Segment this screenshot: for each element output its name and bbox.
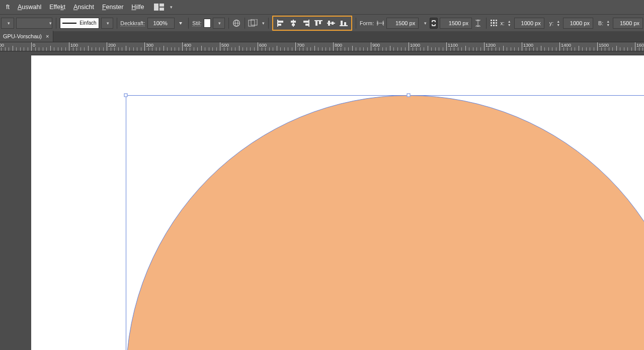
transform-chevron[interactable]: ▾ xyxy=(262,21,265,26)
shape-width-chevron[interactable]: ▾ xyxy=(421,18,428,29)
svg-rect-24 xyxy=(341,21,343,25)
svg-rect-36 xyxy=(493,22,495,24)
selection-handle-top-left[interactable] xyxy=(124,94,127,97)
svg-rect-1 xyxy=(159,4,164,7)
opacity-field[interactable]: 100% xyxy=(147,18,175,29)
x-spinner[interactable]: ▲▼ xyxy=(507,18,512,29)
svg-rect-22 xyxy=(332,22,334,25)
svg-rect-15 xyxy=(303,21,308,23)
opacity-label: Deckkraft: xyxy=(120,20,145,26)
menu-item-0[interactable]: ft xyxy=(2,2,14,13)
y-field[interactable]: 1000 px xyxy=(563,18,593,29)
bw-field[interactable]: 1500 px xyxy=(613,18,643,29)
canvas-viewport[interactable] xyxy=(31,51,644,350)
horizontal-ruler[interactable]: -100010020030040050060070080090010001100… xyxy=(0,42,644,51)
main-menu-bar: ft Auswahl Effekt Ansicht Fenster Hilfe … xyxy=(0,0,644,14)
svg-rect-9 xyxy=(278,21,283,23)
transform-icon[interactable] xyxy=(248,18,258,29)
svg-rect-40 xyxy=(496,25,497,26)
options-bar: ▾ ▾ Einfach ▾ Deckkraft: 100% Stil: ▾ ▾ xyxy=(0,14,644,31)
menu-item-hilfe[interactable]: Hilfe xyxy=(127,2,148,13)
bw-spinner[interactable]: ▲▼ xyxy=(605,18,611,29)
svg-rect-2 xyxy=(159,8,164,11)
shape-height-field[interactable]: 1500 px xyxy=(440,18,472,29)
svg-rect-12 xyxy=(291,21,296,23)
svg-rect-16 xyxy=(305,24,308,26)
shape-width-field[interactable]: 1500 px xyxy=(386,18,419,29)
document-tab-title: GPU-Vorschau) xyxy=(3,33,42,39)
workspace-switcher[interactable]: ▾ xyxy=(154,4,173,11)
svg-rect-19 xyxy=(319,21,321,24)
svg-rect-39 xyxy=(493,25,495,26)
svg-rect-21 xyxy=(328,21,330,26)
align-vcenter-icon[interactable] xyxy=(326,18,336,28)
align-hcenter-icon[interactable] xyxy=(288,18,298,28)
menu-item-effekt[interactable]: Effekt xyxy=(45,2,69,13)
svg-rect-18 xyxy=(315,21,317,26)
selection-bounding-box xyxy=(126,95,645,350)
fill-swatch-dropdown[interactable]: ▾ xyxy=(16,18,52,29)
height-handle-icon[interactable] xyxy=(474,18,482,29)
close-icon[interactable]: × xyxy=(46,33,49,39)
document-tab[interactable]: GPU-Vorschau) × xyxy=(0,31,53,42)
document-tab-strip: GPU-Vorschau) × xyxy=(0,31,644,42)
align-right-icon[interactable] xyxy=(301,18,311,28)
style-label: Stil: xyxy=(192,20,202,26)
alignment-group-highlight xyxy=(272,16,352,31)
chevron-down-icon: ▾ xyxy=(170,5,173,10)
left-gutter xyxy=(0,51,31,350)
style-dropdown[interactable]: ▾ xyxy=(213,18,225,29)
align-bottom-icon[interactable] xyxy=(339,18,349,28)
shape-preset-dropdown[interactable]: ▾ xyxy=(1,18,14,29)
stroke-style-dropdown[interactable]: Einfach xyxy=(60,18,99,29)
link-dimensions-button[interactable] xyxy=(430,18,438,29)
svg-rect-25 xyxy=(344,22,346,25)
reference-point-icon[interactable] xyxy=(490,18,499,29)
workspace-icon xyxy=(154,4,165,11)
svg-rect-0 xyxy=(154,4,158,11)
align-left-icon[interactable] xyxy=(276,18,286,28)
x-field[interactable]: 1000 px xyxy=(514,18,544,29)
stroke-style-chevron[interactable]: ▾ xyxy=(101,18,113,29)
menu-item-fenster[interactable]: Fenster xyxy=(98,2,127,13)
svg-rect-38 xyxy=(491,25,492,26)
x-label: x: xyxy=(500,20,505,26)
svg-rect-34 xyxy=(496,20,497,21)
link-icon xyxy=(431,20,436,27)
svg-rect-35 xyxy=(491,22,492,24)
bw-label: B: xyxy=(598,20,603,26)
globe-icon[interactable] xyxy=(232,18,241,29)
align-top-icon[interactable] xyxy=(313,18,324,28)
form-label: Form: xyxy=(360,20,374,26)
menu-item-auswahl[interactable]: Auswahl xyxy=(14,2,45,13)
y-spinner[interactable]: ▲▼ xyxy=(555,18,561,29)
svg-rect-32 xyxy=(491,20,492,21)
width-handle-icon[interactable] xyxy=(376,18,384,29)
y-label: y: xyxy=(549,20,554,26)
selection-handle-top-center[interactable] xyxy=(407,94,411,97)
opacity-flyout-button[interactable] xyxy=(177,18,185,29)
svg-rect-37 xyxy=(496,22,497,24)
workspace-area xyxy=(0,51,644,350)
svg-rect-10 xyxy=(278,24,281,26)
menu-item-ansicht[interactable]: Ansicht xyxy=(69,2,98,13)
svg-rect-13 xyxy=(292,24,295,26)
svg-rect-33 xyxy=(493,20,495,21)
style-swatch[interactable] xyxy=(204,19,211,28)
